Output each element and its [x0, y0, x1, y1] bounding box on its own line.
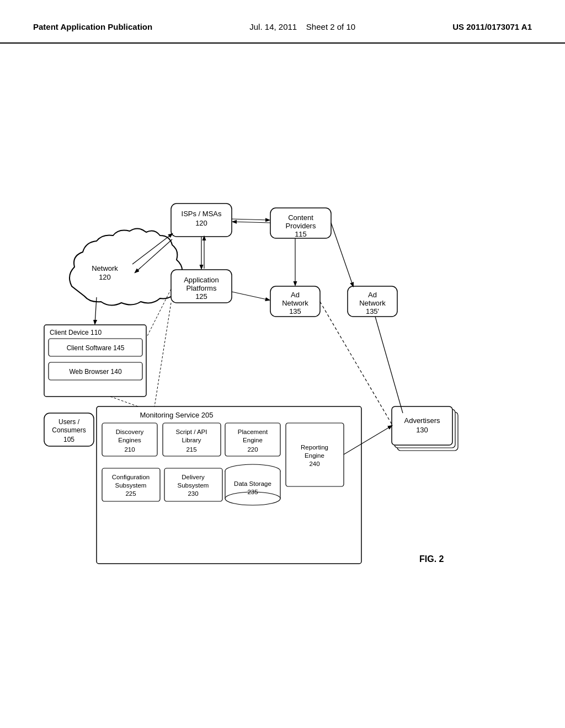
isps-box: ISPs / MSAs 120	[171, 204, 232, 237]
svg-line-29	[233, 222, 270, 223]
monitoring-service-box: Monitoring Service 205 Discovery Engines…	[97, 406, 361, 564]
placement-engine-label: Placement	[238, 429, 268, 435]
network-cloud: Network 120	[70, 228, 182, 305]
advertisers-label: Advertisers	[404, 416, 440, 425]
web-browser-label: Web Browser 140	[69, 368, 121, 376]
header-right: US 2011/0173071 A1	[452, 22, 532, 31]
reporting-engine-number: 240	[309, 461, 319, 467]
client-device-label: Client Device 110	[50, 329, 102, 336]
discovery-engines-label: Discovery	[116, 429, 144, 435]
fig-label: FIG. 2	[419, 554, 444, 564]
svg-line-35	[154, 303, 171, 406]
config-subsystem-label2: Subsystem	[115, 482, 147, 489]
svg-line-31	[331, 223, 353, 286]
ad-network1-number: 135	[289, 307, 301, 315]
content-providers-label: Content	[288, 213, 313, 222]
network-number: 120	[99, 273, 111, 281]
diagram-area: Network 120 ISPs / MSAs 120 Application …	[0, 44, 565, 705]
svg-line-36	[110, 397, 138, 406]
header-center: Jul. 14, 2011 Sheet 2 of 10	[249, 22, 355, 31]
client-software-label: Client Software 145	[67, 344, 125, 352]
svg-line-38	[375, 317, 403, 413]
reporting-engine-label2: Engine	[305, 452, 324, 459]
script-api-label2: Library	[182, 437, 201, 443]
network-label: Network	[92, 264, 118, 272]
discovery-engines-label2: Engines	[118, 437, 141, 443]
config-subsystem-label: Configuration	[112, 474, 150, 480]
isps-label: ISPs / MSAs	[182, 210, 222, 218]
placement-engine-label2: Engine	[243, 437, 263, 443]
monitoring-service-label: Monitoring Service 205	[140, 411, 214, 419]
svg-line-28	[232, 219, 269, 220]
placement-engine-number: 220	[247, 446, 258, 453]
app-platforms-label: Application	[184, 276, 219, 284]
ad-network1-label: Ad	[291, 291, 300, 299]
script-api-number: 215	[186, 446, 196, 453]
app-platforms-box: Application Platforms 125	[171, 270, 232, 303]
advertisers-box: Advertisers 130	[392, 406, 458, 451]
users-consumers-box: Users / Consumers 105	[44, 413, 94, 446]
advertisers-number: 130	[416, 426, 428, 434]
delivery-subsystem-label2: Subsystem	[178, 482, 209, 489]
ad-network2-box: Ad Network 135'	[348, 286, 397, 317]
svg-line-32	[232, 292, 269, 300]
content-providers-number: 115	[295, 230, 307, 238]
isps-number: 120	[195, 219, 207, 227]
svg-line-37	[320, 302, 392, 424]
ad-network1-box: Ad Network 135	[270, 286, 320, 317]
reporting-engine-label: Reporting	[301, 444, 328, 451]
content-providers-box: Content Providers 115	[270, 208, 331, 238]
users-number: 105	[63, 436, 74, 443]
discovery-engines-number: 210	[124, 446, 135, 453]
diagram-svg: Network 120 ISPs / MSAs 120 Application …	[0, 44, 565, 705]
config-subsystem-number: 225	[125, 490, 136, 497]
consumers-label: Consumers	[52, 426, 86, 434]
ad-network2-label2: Network	[359, 299, 386, 307]
script-api-label: Script / API	[176, 429, 207, 435]
client-device-box: Client Device 110 Client Software 145 We…	[44, 325, 146, 397]
delivery-subsystem-number: 230	[188, 490, 198, 497]
users-label: Users /	[58, 418, 80, 426]
ad-network2-label: Ad	[368, 291, 377, 299]
header-left: Patent Application Publication	[33, 22, 152, 31]
app-platforms-number: 125	[195, 292, 207, 301]
delivery-subsystem-label: Delivery	[182, 474, 205, 480]
ad-network2-number: 135'	[366, 307, 379, 315]
data-storage-label: Data Storage	[234, 480, 271, 487]
ad-network1-label2: Network	[282, 299, 308, 307]
page-header: Patent Application Publication Jul. 14, …	[0, 0, 565, 44]
app-platforms-label2: Platforms	[186, 284, 217, 292]
data-storage-number: 235	[247, 489, 258, 495]
content-providers-label2: Providers	[286, 222, 316, 230]
